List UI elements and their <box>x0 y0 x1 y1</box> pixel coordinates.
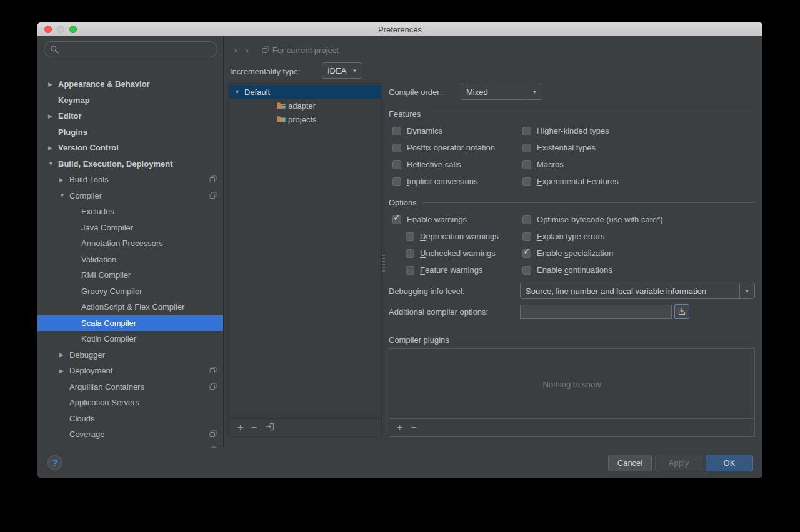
checkbox[interactable]: ✓ <box>522 177 531 186</box>
zoom-window-button[interactable] <box>69 26 77 33</box>
checkbox[interactable]: ✓ <box>522 144 531 152</box>
checkbox-label: Deprecation warnings <box>420 232 499 241</box>
tree-expand-icon[interactable]: ▼ <box>234 89 244 95</box>
tree-expand-icon[interactable]: ▼ <box>59 192 69 199</box>
additional-options-input[interactable] <box>520 305 672 319</box>
help-button[interactable]: ? <box>48 455 62 470</box>
sidebar-item[interactable]: ▼ Build, Execution, Deployment <box>38 156 223 172</box>
sidebar-item[interactable]: Clouds <box>38 411 223 427</box>
chevron-down-icon[interactable] <box>347 63 362 78</box>
checkbox-row[interactable]: ✓ Enable warnings <box>392 211 499 228</box>
settings-search-box[interactable] <box>44 41 218 57</box>
checkbox-row[interactable]: ✓ Higher-kinded types <box>522 122 619 139</box>
checkbox[interactable]: ✓ <box>392 144 401 152</box>
checkbox-row[interactable]: ✓ Experimental Features <box>522 173 619 190</box>
checkbox-row[interactable]: ✓ Feature warnings <box>392 262 499 278</box>
sidebar-item[interactable]: Java Compiler <box>38 220 223 236</box>
sidebar-item[interactable]: Keymap <box>38 92 223 109</box>
tree-expand-icon[interactable]: ▶ <box>59 368 69 374</box>
sidebar-item-label: Editor <box>58 111 82 121</box>
checkbox-row[interactable]: ✓ Unchecked warnings <box>392 245 499 262</box>
title-bar[interactable]: Preferences <box>38 22 762 37</box>
sidebar-item[interactable]: Groovy Compiler <box>38 283 223 300</box>
checkbox[interactable]: ✓ <box>522 215 531 224</box>
breadcrumb-segment[interactable] <box>241 46 252 55</box>
tree-expand-icon[interactable]: ▶ <box>48 81 58 87</box>
checkbox-row[interactable]: ✓ Existential types <box>522 139 619 156</box>
sidebar-item[interactable]: RMI Compiler <box>38 267 223 283</box>
sidebar-item[interactable]: ▶ Deployment <box>38 363 223 379</box>
cancel-button[interactable]: Cancel <box>608 455 652 471</box>
sidebar-item[interactable]: Coverage <box>38 426 223 443</box>
remove-plugin-button[interactable]: − <box>411 423 416 433</box>
sidebar-item[interactable]: ▶ Editor <box>38 108 223 124</box>
sidebar-item[interactable]: Validation <box>38 252 223 268</box>
search-input[interactable] <box>62 44 211 55</box>
move-modules-button[interactable] <box>266 422 275 433</box>
sidebar-item[interactable]: ▶ Appearance & Behavior <box>38 76 223 92</box>
profile-tree-row[interactable]: projects <box>229 112 381 126</box>
sidebar-item[interactable]: Excludes <box>38 204 223 220</box>
checkbox-row[interactable]: ✓ Enable continuations <box>522 262 663 278</box>
tree-expand-icon[interactable]: ▶ <box>48 145 58 151</box>
debug-level-select[interactable]: Source, line number and local variable i… <box>520 283 755 299</box>
checkbox[interactable]: ✓ <box>392 215 401 224</box>
checkbox-label: Enable continuations <box>537 265 612 275</box>
sidebar-item[interactable]: Kotlin Compiler <box>38 331 223 347</box>
profile-tree-row[interactable]: adapter <box>229 99 381 112</box>
sidebar-item[interactable]: Annotation Processors <box>38 235 223 252</box>
sidebar-item[interactable]: ▶ Debugger <box>38 347 223 363</box>
checkbox[interactable]: ✓ <box>406 266 414 275</box>
checkbox[interactable]: ✓ <box>522 232 531 241</box>
remove-profile-button[interactable]: − <box>251 423 257 433</box>
checkbox-label: Existential types <box>537 143 596 152</box>
checkbox[interactable]: ✓ <box>522 127 531 135</box>
checkbox[interactable]: ✓ <box>406 249 414 258</box>
panel-splitter-handle[interactable] <box>382 255 385 272</box>
tree-expand-icon[interactable]: ▼ <box>48 160 58 167</box>
checkbox-row[interactable]: ✓ Enable specialization <box>522 245 663 262</box>
sidebar-item[interactable]: Plugins <box>38 124 223 140</box>
add-plugin-button[interactable]: + <box>397 423 402 433</box>
expand-field-button[interactable] <box>674 304 689 319</box>
checkbox-label: Dynamics <box>407 126 442 135</box>
sidebar-item[interactable]: ▶ Build Tools <box>38 172 223 188</box>
checkbox-row[interactable]: ✓ Deprecation warnings <box>392 228 499 245</box>
checkbox[interactable]: ✓ <box>522 160 531 169</box>
ok-button[interactable]: OK <box>706 455 753 471</box>
checkbox[interactable]: ✓ <box>392 177 401 186</box>
sidebar-item[interactable]: ▶ Version Control <box>38 140 223 156</box>
checkbox-row[interactable]: ✓ Dynamics <box>392 122 495 139</box>
checkbox-row[interactable]: ✓ Explain type errors <box>522 228 663 245</box>
add-profile-button[interactable]: + <box>238 423 243 433</box>
sidebar-item[interactable]: Arquillian Containers <box>38 379 223 395</box>
checkbox-row[interactable]: ✓ Implicit conversions <box>392 173 495 190</box>
checkbox[interactable]: ✓ <box>406 232 414 241</box>
checkbox-row[interactable]: ✓ Postfix operator notation <box>392 139 495 156</box>
compiler-plugins-list[interactable]: Nothing to show + − <box>389 348 755 437</box>
sidebar-item[interactable]: ▼ Compiler <box>38 188 223 204</box>
sidebar-item[interactable]: Application Servers <box>38 395 223 411</box>
checkbox[interactable]: ✓ <box>392 127 401 135</box>
checkbox-row[interactable]: ✓ Optimise bytecode (use with care*) <box>522 211 663 228</box>
profile-tree-row[interactable]: ▼ Default <box>229 85 381 99</box>
compile-order-select[interactable]: Mixed <box>461 84 542 100</box>
breadcrumb-segment[interactable] <box>230 46 241 55</box>
sidebar-item[interactable]: ActionScript & Flex Compiler <box>38 299 223 315</box>
checkbox-row[interactable]: ✓ Macros <box>522 156 619 173</box>
chevron-down-icon[interactable] <box>739 283 754 298</box>
sidebar-item-label: Deployment <box>69 366 112 375</box>
checkbox[interactable]: ✓ <box>522 266 531 275</box>
checkbox[interactable]: ✓ <box>392 160 401 169</box>
minimize-window-button[interactable] <box>57 26 64 33</box>
incrementality-select[interactable]: IDEA <box>322 62 362 79</box>
checkbox-row[interactable]: ✓ Reflective calls <box>392 156 495 173</box>
apply-button[interactable]: Apply <box>655 455 702 471</box>
tree-expand-icon[interactable]: ▶ <box>59 352 69 358</box>
sidebar-item[interactable]: Scala Compiler <box>38 315 223 332</box>
chevron-down-icon[interactable] <box>527 84 542 99</box>
checkbox[interactable]: ✓ <box>522 249 531 258</box>
tree-expand-icon[interactable]: ▶ <box>59 177 69 183</box>
tree-expand-icon[interactable]: ▶ <box>48 113 58 119</box>
close-window-button[interactable] <box>44 26 52 33</box>
